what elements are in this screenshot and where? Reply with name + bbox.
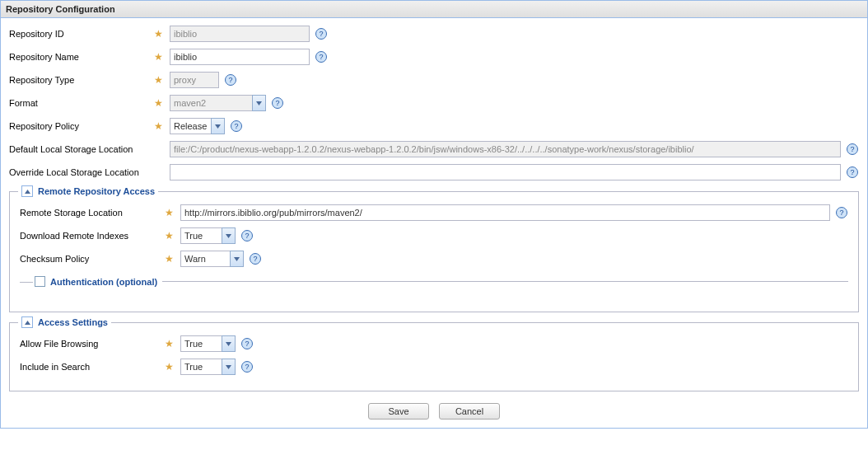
chevron-down-icon[interactable]: [222, 227, 236, 244]
row-override-storage: Override Local Storage Location ?: [9, 163, 859, 181]
svg-text:?: ?: [234, 122, 238, 130]
help-icon[interactable]: ?: [271, 96, 284, 110]
policy-input[interactable]: [170, 118, 211, 134]
row-format: Format ★ ?: [9, 94, 859, 112]
label-policy: Repository Policy ★: [9, 120, 170, 132]
label-download-indexes: Download Remote Indexes ★: [20, 230, 180, 241]
required-star: ★: [165, 338, 174, 349]
panel-header: Repository Configuration: [1, 1, 867, 18]
chevron-down-icon[interactable]: [222, 359, 236, 375]
row-policy: Repository Policy ★ ?: [9, 117, 859, 135]
row-repo-type: Repository Type ★ ?: [9, 71, 859, 89]
repo-id-input[interactable]: [170, 26, 310, 42]
required-star: ★: [165, 207, 174, 218]
required-star: ★: [165, 361, 174, 373]
help-icon[interactable]: ?: [315, 27, 328, 40]
download-indexes-input[interactable]: [180, 227, 222, 244]
file-browsing-combo[interactable]: [180, 335, 236, 352]
label-checksum: Checksum Policy ★: [20, 253, 180, 265]
label-repo-id: Repository ID ★: [9, 28, 170, 40]
required-star: ★: [154, 97, 163, 109]
svg-text:?: ?: [245, 363, 249, 371]
chevron-down-icon[interactable]: [211, 118, 225, 134]
cancel-button[interactable]: Cancel: [439, 403, 500, 420]
override-storage-input[interactable]: [170, 164, 841, 180]
checksum-input[interactable]: [180, 251, 230, 267]
required-star: ★: [154, 28, 163, 40]
save-button[interactable]: Save: [368, 403, 429, 420]
policy-combo[interactable]: [170, 118, 225, 134]
remote-location-input[interactable]: [180, 204, 830, 221]
svg-text:?: ?: [850, 168, 854, 176]
fieldset-access-settings: Access Settings Allow File Browsing ★ ?: [9, 322, 859, 391]
svg-text:?: ?: [275, 99, 279, 107]
auth-label: Authentication (optional): [50, 277, 157, 287]
svg-text:?: ?: [253, 255, 257, 263]
svg-text:?: ?: [319, 30, 323, 38]
sub-fieldset-auth: Authentication (optional): [20, 276, 848, 287]
required-star: ★: [154, 51, 163, 63]
row-default-storage: Default Local Storage Location ?: [9, 140, 859, 158]
fieldset-remote-access: Remote Repository Access Remote Storage …: [9, 191, 859, 312]
label-repo-name: Repository Name ★: [9, 51, 170, 63]
label-format: Format ★: [9, 97, 170, 109]
required-star: ★: [165, 230, 174, 241]
row-repo-id: Repository ID ★ ?: [9, 25, 859, 43]
file-browsing-input[interactable]: [180, 335, 222, 352]
svg-text:?: ?: [245, 232, 249, 240]
required-star: ★: [154, 74, 163, 86]
label-repo-type: Repository Type ★: [9, 74, 170, 86]
row-repo-name: Repository Name ★ ?: [9, 48, 859, 66]
help-icon[interactable]: ?: [240, 229, 254, 242]
row-file-browsing: Allow File Browsing ★ ?: [20, 335, 848, 353]
svg-text:?: ?: [245, 340, 249, 348]
legend-remote-access: Remote Repository Access: [18, 185, 158, 197]
download-indexes-combo[interactable]: [180, 227, 236, 244]
required-star: ★: [165, 253, 174, 265]
svg-text:?: ?: [839, 209, 843, 217]
label-include-search: Include in Search ★: [20, 361, 180, 373]
repo-type-input[interactable]: [170, 72, 219, 88]
help-icon[interactable]: ?: [249, 252, 262, 265]
svg-text:?: ?: [850, 145, 854, 153]
collapse-toggle[interactable]: [21, 185, 33, 197]
label-default-storage: Default Local Storage Location: [9, 144, 170, 154]
legend-access-settings: Access Settings: [18, 316, 111, 328]
help-icon[interactable]: ?: [224, 73, 237, 87]
include-search-input[interactable]: [180, 359, 222, 375]
repository-config-panel: Repository Configuration Repository ID ★…: [0, 0, 868, 429]
repo-name-input[interactable]: [170, 49, 310, 65]
auth-checkbox[interactable]: [35, 276, 45, 287]
svg-text:?: ?: [228, 76, 232, 84]
help-icon[interactable]: ?: [240, 337, 254, 350]
chevron-down-icon[interactable]: [252, 95, 266, 111]
format-combo[interactable]: [170, 95, 266, 111]
help-icon[interactable]: ?: [846, 143, 859, 156]
button-row: Save Cancel: [9, 403, 859, 420]
row-checksum: Checksum Policy ★ ?: [20, 250, 848, 268]
panel-title: Repository Configuration: [6, 4, 115, 14]
svg-text:?: ?: [319, 53, 323, 61]
default-storage-input[interactable]: [170, 141, 841, 157]
help-icon[interactable]: ?: [846, 166, 859, 179]
help-icon[interactable]: ?: [315, 50, 328, 63]
row-remote-location: Remote Storage Location ★ ?: [20, 204, 848, 222]
label-file-browsing: Allow File Browsing ★: [20, 338, 180, 349]
panel-body: Repository ID ★ ? Repository Name ★ ? Re…: [1, 18, 867, 428]
help-icon[interactable]: ?: [230, 120, 243, 133]
chevron-down-icon[interactable]: [222, 335, 236, 352]
checksum-combo[interactable]: [180, 251, 244, 267]
help-icon[interactable]: ?: [835, 206, 848, 219]
row-include-search: Include in Search ★ ?: [20, 358, 848, 376]
label-remote-location: Remote Storage Location ★: [20, 207, 180, 218]
chevron-down-icon[interactable]: [230, 251, 244, 267]
required-star: ★: [154, 120, 163, 132]
collapse-toggle[interactable]: [21, 316, 33, 328]
include-search-combo[interactable]: [180, 359, 236, 375]
label-override-storage: Override Local Storage Location: [9, 167, 170, 177]
help-icon[interactable]: ?: [240, 360, 254, 373]
format-input[interactable]: [170, 95, 252, 111]
row-download-indexes: Download Remote Indexes ★ ?: [20, 227, 848, 245]
